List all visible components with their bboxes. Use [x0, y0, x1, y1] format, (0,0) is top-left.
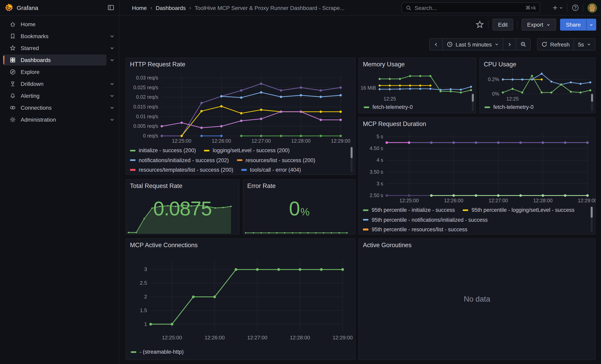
total-request-rate-value: 0.0875 [126, 197, 239, 220]
sidebar-item-label: Bookmarks [21, 33, 49, 39]
panel-title[interactable]: MCP Request Duration [363, 120, 426, 128]
panel-title[interactable]: CPU Usage [484, 61, 516, 68]
breadcrumb-separator: › [150, 5, 152, 11]
svg-text:12:25: 12:25 [384, 96, 396, 101]
svg-text:3.50 s: 3.50 s [370, 169, 383, 175]
legend-item[interactable]: 95th percentile - notifications/initiali… [363, 216, 488, 223]
svg-text:2.50 s: 2.50 s [370, 193, 383, 198]
legend-item[interactable]: resources/templates/list - success (200) [130, 167, 233, 173]
panel-title[interactable]: Total Request Rate [130, 182, 182, 189]
search-icon [406, 5, 411, 10]
panel-total-request-rate: Total Request Rate 0.0875 [126, 179, 239, 235]
refresh-button[interactable]: Refresh [537, 39, 574, 50]
sidebar-item-drilldown[interactable]: Drilldown [3, 78, 116, 89]
panel-title[interactable]: Memory Usage [363, 61, 405, 68]
legend-swatch [485, 106, 490, 108]
panel-title[interactable]: Active Goroutines [363, 242, 411, 249]
chevron-down-icon[interactable] [109, 117, 115, 122]
legend-scrollbar[interactable] [351, 147, 352, 172]
share-button[interactable]: Share [560, 19, 586, 30]
refresh-icon [541, 41, 547, 47]
time-range-picker[interactable]: Last 5 minutes [442, 39, 503, 50]
share-dropdown-button[interactable] [586, 19, 596, 30]
legend-label: - (streamable-http) [140, 349, 184, 355]
sidebar-item-bookmarks[interactable]: Bookmarks [3, 31, 116, 42]
svg-text:12:27:00: 12:27:00 [489, 198, 508, 203]
breadcrumb-item[interactable]: Home [132, 5, 147, 11]
legend-item[interactable]: fetch-telemetry-0 [364, 104, 413, 111]
legend-label: notifications/initialized - success (202… [139, 157, 229, 164]
svg-text:12:25:00: 12:25:00 [172, 138, 191, 144]
panel-title[interactable]: Error Rate [247, 182, 276, 189]
legend-swatch [463, 209, 469, 211]
favorite-star-icon[interactable] [475, 20, 484, 29]
legend-item[interactable]: notifications/initialized - success (202… [130, 157, 229, 164]
legend-row: fetch-telemetry-0 [364, 103, 463, 111]
chart-gridlines [151, 259, 343, 331]
chevron-down-icon[interactable] [109, 45, 115, 51]
sidebar-item-home[interactable]: Home [3, 19, 116, 30]
legend-item[interactable]: tools/call - error (404) [241, 167, 301, 173]
star-icon [10, 45, 16, 51]
refresh-interval-dropdown[interactable]: 5s [574, 39, 595, 50]
legend-item[interactable]: fetch-telemetry-0 [485, 104, 534, 111]
export-button[interactable]: Export [521, 19, 556, 31]
svg-text:12:28:00: 12:28:00 [291, 138, 311, 144]
svg-text:2: 2 [144, 294, 147, 300]
time-shift-forward-button[interactable] [503, 39, 516, 50]
breadcrumb-item[interactable]: Dashboards [156, 5, 186, 11]
panel-title[interactable]: MCP Active Connections [130, 242, 198, 249]
chevron-down-icon[interactable] [109, 105, 115, 110]
zoom-out-button[interactable] [516, 39, 530, 50]
refresh-group: Refresh 5s [537, 38, 595, 50]
legend-item[interactable]: 95th percentile - resources/list - succe… [363, 226, 467, 233]
help-button[interactable] [571, 4, 579, 11]
sidebar-item-alerting[interactable]: Alerting [3, 90, 116, 101]
sidebar-collapse-icon[interactable] [107, 4, 115, 12]
grid-icon [10, 57, 16, 63]
legend-item[interactable]: 95th percentile - initialize - success [363, 207, 455, 214]
svg-text:12:28:00: 12:28:00 [290, 334, 310, 341]
avatar[interactable] [588, 3, 597, 12]
search-box[interactable]: ⌘+k [401, 2, 540, 13]
bell-icon [10, 93, 16, 99]
chart-axis-labels: 5 s4.50 s4 s3.50 s3 s2.50 s12:25:0012:26… [370, 134, 596, 203]
legend-swatch [130, 159, 136, 161]
legend-scrollbar[interactable] [591, 207, 593, 232]
sidebar-item-starred[interactable]: Starred [3, 42, 116, 54]
chart-axis-labels: 0.03 req/s0.025 req/s0.02 req/s0.015 req… [133, 75, 351, 144]
sidebar-item-administration[interactable]: Administration [3, 114, 116, 125]
legend-label: initialize - success (200) [139, 147, 196, 154]
chart-series [200, 135, 223, 137]
chevron-down-icon[interactable] [109, 57, 115, 63]
svg-text:0.015 req/s: 0.015 req/s [133, 104, 158, 109]
edit-button[interactable]: Edit [492, 19, 513, 31]
legend-label: logging/setLevel - success (200) [213, 147, 290, 154]
legend-item[interactable]: 95th percentile - logging/setLevel - suc… [463, 207, 575, 214]
chevron-down-icon[interactable] [109, 93, 115, 98]
sidebar-item-dashboards[interactable]: Dashboards [3, 54, 116, 66]
sidebar-item-connections[interactable]: Connections [3, 102, 116, 113]
legend-scrollbar[interactable] [591, 94, 593, 111]
time-shift-back-button[interactable] [430, 39, 442, 50]
time-controls: Last 5 minutes Refresh 5s [429, 38, 595, 50]
legend-item[interactable]: logging/setLevel - success (200) [204, 147, 290, 154]
chevron-down-icon[interactable] [109, 81, 115, 87]
svg-text:12:25: 12:25 [506, 96, 519, 101]
legend-scrollbar[interactable] [472, 94, 474, 111]
add-button[interactable] [552, 5, 563, 11]
sidebar-item-explore[interactable]: Explore [3, 66, 116, 78]
legend-item[interactable]: initialize - success (200) [130, 147, 196, 154]
svg-text:0.025 req/s: 0.025 req/s [133, 85, 158, 90]
search-input[interactable] [415, 5, 522, 11]
panel-title[interactable]: HTTP Request Rate [130, 61, 185, 68]
chart-gridlines [380, 69, 471, 94]
sidebar-item-highlight [3, 90, 107, 101]
legend-label: 95th percentile - logging/setLevel - suc… [472, 207, 575, 214]
chevron-down-icon[interactable] [109, 33, 115, 39]
svg-text:0 req/s: 0 req/s [143, 133, 158, 138]
brand[interactable]: Grafana [5, 0, 38, 16]
legend-item[interactable]: - (streamable-http) [131, 349, 184, 355]
svg-text:12:29:00: 12:29:00 [331, 138, 350, 144]
legend-item[interactable]: resources/list - success (200) [237, 157, 315, 164]
